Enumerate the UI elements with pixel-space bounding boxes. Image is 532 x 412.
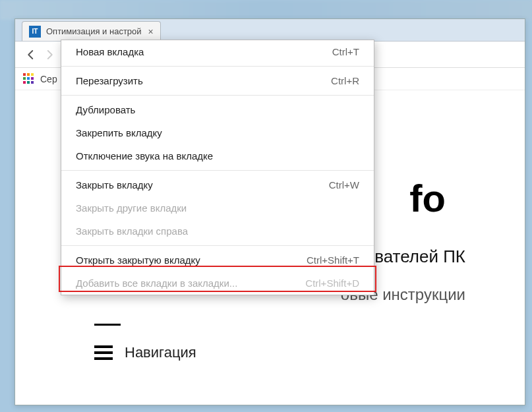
menu-item[interactable]: Открыть закрытую вкладкуCtrl+Shift+T: [61, 249, 374, 272]
menu-item-label: Открыть закрытую вкладку: [76, 254, 200, 266]
tab-context-menu: Новая вкладкаCtrl+TПерезагрузитьCtrl+RДу…: [61, 40, 374, 295]
menu-item-label: Закрыть вкладки справа: [76, 225, 188, 237]
menu-item[interactable]: Новая вкладкаCtrl+T: [61, 40, 374, 63]
menu-item-shortcut: Ctrl+T: [319, 46, 359, 57]
navigation-section[interactable]: Навигация: [94, 344, 485, 361]
background-app-menubar: [0, 0, 532, 20]
menu-separator: [61, 170, 374, 171]
hamburger-icon[interactable]: [94, 345, 113, 360]
menu-item-label: Перезагрузить: [76, 75, 143, 86]
close-tab-icon[interactable]: ×: [148, 26, 154, 37]
back-button[interactable]: [22, 45, 40, 64]
menu-separator: [61, 66, 374, 67]
menu-item-shortcut: Ctrl+Shift+T: [293, 254, 359, 266]
menu-item: Добавить все вкладки в закладки...Ctrl+S…: [61, 272, 374, 295]
menu-item-label: Дублировать: [76, 104, 135, 115]
menu-item-shortcut: Ctrl+W: [316, 179, 359, 191]
bookmarks-label[interactable]: Сер: [40, 74, 57, 84]
navigation-label: Навигация: [125, 344, 196, 361]
menu-item-label: Отключение звука на вкладке: [76, 150, 213, 162]
forward-button: [40, 45, 59, 64]
menu-item[interactable]: Закрыть вкладкуCtrl+W: [61, 173, 374, 196]
menu-item[interactable]: Закрепить вкладку: [61, 121, 374, 144]
tab-title: Оптимизация и настрой: [46, 26, 142, 36]
menu-item-shortcut: Ctrl+R: [318, 75, 359, 86]
browser-tab[interactable]: IT Оптимизация и настрой ×: [22, 21, 161, 41]
menu-item-label: Закрыть другие вкладки: [76, 202, 187, 214]
menu-item: Закрыть другие вкладки: [61, 196, 374, 220]
tab-favicon-icon: IT: [29, 26, 41, 38]
menu-separator: [61, 95, 374, 96]
menu-item: Закрыть вкладки справа: [61, 220, 374, 243]
divider-line: [94, 324, 121, 326]
menu-item-shortcut: Ctrl+Shift+D: [292, 278, 359, 289]
menu-item-label: Закрыть вкладку: [76, 179, 153, 191]
menu-item[interactable]: Отключение звука на вкладке: [61, 144, 374, 167]
apps-grid-icon[interactable]: [23, 73, 35, 85]
menu-item-label: Добавить все вкладки в закладки...: [76, 278, 237, 289]
menu-item[interactable]: Дублировать: [61, 98, 374, 121]
menu-item-label: Закрепить вкладку: [76, 127, 162, 138]
menu-item-label: Новая вкладка: [76, 46, 144, 57]
menu-item[interactable]: ПерезагрузитьCtrl+R: [61, 69, 374, 92]
menu-separator: [61, 245, 374, 246]
tab-strip: IT Оптимизация и настрой ×: [15, 19, 525, 42]
